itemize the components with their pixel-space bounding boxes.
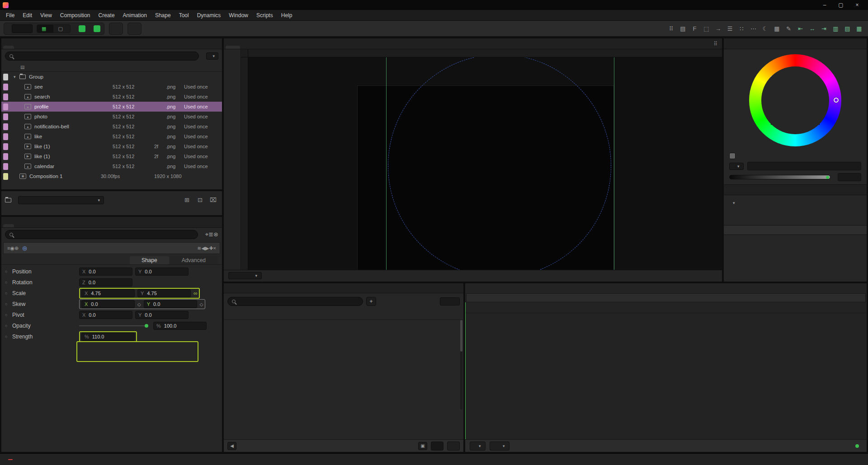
keyframe-layer-select[interactable]: ▾ — [470, 442, 486, 451]
hue-marker[interactable] — [834, 98, 839, 103]
timeline-ruler[interactable] — [465, 302, 867, 313]
display-project-icon[interactable]: ⊡ — [195, 195, 205, 205]
alpha-value-field[interactable] — [838, 173, 861, 181]
value-field[interactable]: Y0.0 — [135, 268, 189, 276]
hex-value-field[interactable] — [747, 162, 861, 170]
menu-animation[interactable]: Animation — [119, 11, 151, 20]
menu-shape[interactable]: Shape — [151, 11, 175, 20]
keyframe-toggle[interactable]: ○ — [5, 324, 12, 328]
snap-angle-input[interactable] — [12, 24, 33, 33]
alpha-slider[interactable] — [729, 175, 830, 179]
target-icon[interactable]: ⊕ — [14, 245, 19, 251]
add-layer-button[interactable]: + — [366, 297, 376, 306]
graph-editor-button[interactable] — [447, 442, 460, 451]
value-field[interactable]: X0.0 — [81, 300, 135, 308]
value-field[interactable]: Z0.0 — [79, 278, 132, 287]
asset-row-see[interactable]: ▲see512 x 512.pngUsed once — [1, 82, 222, 92]
value-field[interactable]: X0.0 — [79, 311, 132, 319]
viewport-tool-help-checkbox[interactable] — [94, 25, 100, 32]
selection-icon[interactable]: ◀ — [227, 442, 236, 450]
panel-layout-icon[interactable]: ▤ — [678, 23, 688, 34]
align-right-edge-icon[interactable]: ⇥ — [819, 23, 829, 34]
close-attribute-icon[interactable]: × — [213, 245, 216, 251]
delete-project-icon[interactable]: ⌧ — [208, 195, 218, 205]
frame-all-icon[interactable]: F — [689, 23, 700, 34]
asset-row-group[interactable]: ▾Group — [1, 72, 222, 82]
sort-order-select[interactable]: ▾ — [206, 52, 218, 60]
asset-row-search[interactable]: ▲search512 x 512.pngUsed once — [1, 92, 222, 102]
value-field[interactable]: %110.0 — [81, 333, 135, 341]
expander-icon[interactable]: ▾ — [14, 75, 19, 79]
zoom-select[interactable]: ▾ — [228, 272, 262, 279]
opacity-slider[interactable] — [79, 325, 147, 326]
keyframe-diamond[interactable]: ◇ — [137, 302, 141, 307]
attribute-entity-header[interactable]: ≡◉⊕ ◎ ≋◀▶✚× — [3, 242, 220, 254]
individual-mode-button[interactable]: ▢ — [53, 25, 70, 33]
distribute-center-icon[interactable]: ↔ — [807, 23, 817, 34]
menu-dynamics[interactable]: Dynamics — [193, 11, 225, 20]
attribute-search-input[interactable] — [16, 232, 193, 237]
hue-wheel[interactable] — [749, 54, 841, 146]
value-field[interactable]: %100.0 — [153, 322, 207, 330]
menu-tool[interactable]: Tool — [175, 11, 193, 20]
alpha-knob[interactable] — [826, 176, 829, 179]
tab-advanced[interactable]: Advanced — [170, 256, 217, 264]
viewport-menu-icon[interactable]: ⠿ — [711, 41, 720, 49]
menu-view[interactable]: View — [36, 11, 56, 20]
asset-row-photo[interactable]: ▲photo512 x 512.pngUsed once — [1, 112, 222, 122]
try-pro-button[interactable] — [127, 23, 142, 35]
value-field[interactable]: Y0.0 — [144, 300, 197, 308]
keyboard-icon[interactable]: ▦ — [772, 23, 782, 34]
stack-list-icon[interactable]: ☰ — [725, 23, 735, 34]
panel-toggle-icon[interactable]: ▣ — [418, 442, 427, 450]
zoom-slider-knob[interactable] — [855, 444, 859, 448]
grid-cells-icon[interactable]: ▦ — [854, 23, 864, 34]
clear-search-icon[interactable]: ⊗ — [213, 231, 218, 238]
keyframe-toggle[interactable]: ○ — [5, 302, 12, 306]
asset-row-like[interactable]: ▲like512 x 512.pngUsed once — [1, 132, 222, 141]
slider-knob[interactable] — [145, 324, 148, 328]
moon-icon[interactable]: ☾ — [760, 23, 770, 34]
tab-attribute-editor[interactable] — [3, 224, 14, 227]
asset-row-profile[interactable]: ▲profile512 x 512.pngUsed once — [1, 102, 222, 112]
keyframe-toggle[interactable]: ○ — [5, 334, 12, 339]
rows-layout-icon[interactable]: ▤ — [842, 23, 853, 34]
layer-tools-checkbox[interactable] — [79, 25, 85, 32]
scene-scrollbar[interactable] — [460, 320, 462, 409]
guide-line-left[interactable] — [386, 57, 387, 270]
menu-scripts[interactable]: Scripts — [252, 11, 277, 20]
value-field[interactable]: X4.75 — [81, 289, 135, 297]
keyframe-toggle[interactable]: ○ — [5, 280, 12, 285]
layer-search-input[interactable] — [239, 299, 359, 304]
quill-icon[interactable]: ✎ — [783, 23, 794, 34]
pin-icon[interactable]: ✚ — [209, 245, 213, 251]
color-mode-select[interactable]: ▾ — [729, 163, 744, 170]
asset-search-box[interactable] — [5, 52, 199, 61]
share-arrow-icon[interactable]: → — [713, 23, 723, 34]
sv-marker[interactable] — [793, 80, 797, 84]
asset-row-calendar[interactable]: ▲calendar512 x 512.pngUsed once — [1, 161, 222, 171]
visibility-icon[interactable]: ◉ — [10, 245, 14, 251]
playhead[interactable] — [465, 302, 466, 439]
keyframe-type-select[interactable]: ▾ — [490, 442, 509, 451]
project-set-select[interactable]: ▾ — [18, 196, 104, 204]
snap-grid-icon[interactable]: ∷ — [736, 23, 747, 34]
menu-file[interactable]: File — [2, 11, 19, 20]
timeline-body[interactable] — [465, 302, 867, 439]
saturation-value-square[interactable] — [771, 76, 820, 125]
close-button[interactable]: × — [849, 0, 865, 9]
keyframe-diamond[interactable]: ◇ — [200, 302, 203, 307]
minimize-button[interactable]: – — [816, 0, 833, 9]
marquee-select-icon[interactable]: ⬚ — [701, 23, 712, 34]
value-field[interactable]: Y0.0 — [135, 311, 189, 319]
menu-create[interactable]: Create — [94, 11, 119, 20]
filter-attributes-icon[interactable]: ≣ — [208, 231, 213, 238]
current-frame-field[interactable] — [440, 297, 460, 305]
dots-grid-icon[interactable]: ⠿ — [666, 23, 676, 34]
group-mode-button[interactable]: ▦ — [37, 25, 53, 33]
menu-help[interactable]: Help — [277, 11, 297, 20]
value-field[interactable]: X0.0 — [79, 268, 132, 276]
time-editor-button[interactable] — [431, 442, 443, 451]
previous-attribute-icon[interactable]: ◀ — [201, 245, 205, 251]
asset-row-like-1[interactable]: ▶like (1)512 x 5122f.pngUsed once — [1, 151, 222, 161]
